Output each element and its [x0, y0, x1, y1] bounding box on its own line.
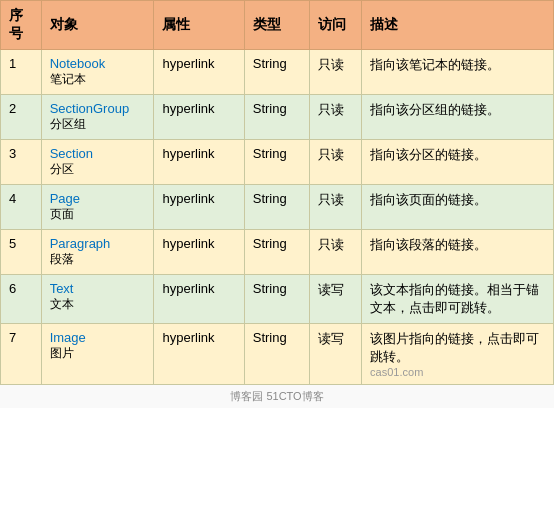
cell-object: Notebook笔记本: [41, 50, 154, 95]
cell-access: 读写: [310, 275, 362, 324]
table-row: 7Image图片hyperlinkString读写该图片指向的链接，点击即可跳转…: [1, 324, 554, 385]
cell-seq: 6: [1, 275, 42, 324]
cell-access: 只读: [310, 140, 362, 185]
cell-attribute: hyperlink: [154, 185, 244, 230]
header-description: 描述: [362, 1, 554, 50]
table-row: 6Text文本hyperlinkString读写该文本指向的链接。相当于锚文本，…: [1, 275, 554, 324]
cell-attribute: hyperlink: [154, 95, 244, 140]
cell-seq: 2: [1, 95, 42, 140]
table-row: 4Page页面hyperlinkString只读指向该页面的链接。: [1, 185, 554, 230]
object-name-cn: 分区: [50, 161, 146, 178]
cell-type: String: [244, 185, 309, 230]
table-row: 2SectionGroup分区组hyperlinkString只读指向该分区组的…: [1, 95, 554, 140]
table-row: 1Notebook笔记本hyperlinkString只读指向该笔记本的链接。: [1, 50, 554, 95]
main-container: 序号 对象 属性 类型 访问 描述 1Notebook笔记本hyperlinkS…: [0, 0, 554, 408]
description-text: 该图片指向的链接，点击即可跳转。: [370, 331, 539, 364]
cell-access: 只读: [310, 50, 362, 95]
footer-note: 博客园 51CTO博客: [0, 385, 554, 408]
object-name-en: Page: [50, 191, 146, 206]
cell-access: 只读: [310, 95, 362, 140]
cell-type: String: [244, 230, 309, 275]
object-name-cn: 分区组: [50, 116, 146, 133]
cell-type: String: [244, 140, 309, 185]
cell-attribute: hyperlink: [154, 324, 244, 385]
object-name-cn: 笔记本: [50, 71, 146, 88]
cell-type: String: [244, 95, 309, 140]
cell-object: Text文本: [41, 275, 154, 324]
cell-access: 读写: [310, 324, 362, 385]
cell-object: Page页面: [41, 185, 154, 230]
header-type: 类型: [244, 1, 309, 50]
cell-description: 指向该页面的链接。: [362, 185, 554, 230]
object-name-en: Text: [50, 281, 146, 296]
cell-attribute: hyperlink: [154, 140, 244, 185]
header-attribute: 属性: [154, 1, 244, 50]
cell-type: String: [244, 50, 309, 95]
cell-seq: 4: [1, 185, 42, 230]
object-name-cn: 页面: [50, 206, 146, 223]
cell-object: SectionGroup分区组: [41, 95, 154, 140]
cell-object: Paragraph段落: [41, 230, 154, 275]
cell-description: 指向该笔记本的链接。: [362, 50, 554, 95]
header-object: 对象: [41, 1, 154, 50]
object-name-cn: 段落: [50, 251, 146, 268]
object-name-en: Notebook: [50, 56, 146, 71]
data-table: 序号 对象 属性 类型 访问 描述 1Notebook笔记本hyperlinkS…: [0, 0, 554, 385]
cell-attribute: hyperlink: [154, 230, 244, 275]
table-header-row: 序号 对象 属性 类型 访问 描述: [1, 1, 554, 50]
cell-description: 指向该段落的链接。: [362, 230, 554, 275]
table-row: 5Paragraph段落hyperlinkString只读指向该段落的链接。: [1, 230, 554, 275]
object-name-en: SectionGroup: [50, 101, 146, 116]
cell-seq: 5: [1, 230, 42, 275]
object-name-en: Section: [50, 146, 146, 161]
cell-seq: 3: [1, 140, 42, 185]
watermark: cas01.com: [370, 366, 545, 378]
cell-description: 指向该分区的链接。: [362, 140, 554, 185]
cell-object: Section分区: [41, 140, 154, 185]
cell-description: 该图片指向的链接，点击即可跳转。cas01.com: [362, 324, 554, 385]
cell-description: 该文本指向的链接。相当于锚文本，点击即可跳转。: [362, 275, 554, 324]
cell-attribute: hyperlink: [154, 50, 244, 95]
object-name-cn: 图片: [50, 345, 146, 362]
cell-description: 指向该分区组的链接。: [362, 95, 554, 140]
cell-seq: 1: [1, 50, 42, 95]
cell-attribute: hyperlink: [154, 275, 244, 324]
cell-access: 只读: [310, 185, 362, 230]
header-access: 访问: [310, 1, 362, 50]
header-seq: 序号: [1, 1, 42, 50]
footer-text: 博客园 51CTO博客: [230, 390, 323, 402]
object-name-en: Paragraph: [50, 236, 146, 251]
cell-type: String: [244, 275, 309, 324]
cell-access: 只读: [310, 230, 362, 275]
cell-seq: 7: [1, 324, 42, 385]
table-row: 3Section分区hyperlinkString只读指向该分区的链接。: [1, 140, 554, 185]
object-name-cn: 文本: [50, 296, 146, 313]
object-name-en: Image: [50, 330, 146, 345]
cell-object: Image图片: [41, 324, 154, 385]
cell-type: String: [244, 324, 309, 385]
